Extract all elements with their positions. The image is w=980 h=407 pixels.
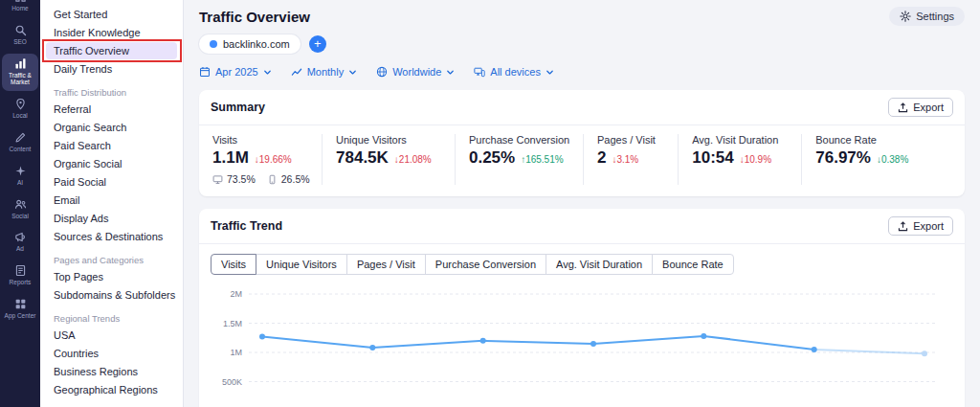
annotation-highlight — [42, 39, 182, 62]
rail-item-local[interactable]: Local — [2, 94, 38, 124]
rail-item-ai[interactable]: AI — [2, 161, 38, 192]
metric-delta: ↓19.66% — [255, 154, 292, 165]
rail-item-social[interactable]: Social — [2, 194, 38, 225]
sidebar-item-referral[interactable]: Referral — [46, 101, 177, 118]
trend-line — [262, 336, 814, 350]
metric-unique-visitors: Unique Visitors784.5K↓21.08% — [322, 134, 455, 185]
rail-item-label: SEO — [13, 38, 27, 46]
trend-tab-bounce-rate[interactable]: Bounce Rate — [652, 254, 734, 275]
data-point[interactable] — [590, 341, 596, 347]
rail-item-label: Social — [11, 213, 29, 220]
sidebar-item-sources-destinations[interactable]: Sources & Destinations — [46, 228, 177, 245]
filter-all-devices[interactable]: All devices — [474, 66, 554, 78]
y-tick-label: 1M — [230, 348, 242, 357]
sidebar-item-usa[interactable]: USA — [46, 327, 177, 344]
trend-tab-pages-visit[interactable]: Pages / Visit — [346, 254, 426, 275]
data-point[interactable] — [480, 338, 486, 344]
chevron-down-icon — [446, 68, 455, 77]
filter-monthly[interactable]: Monthly — [291, 66, 358, 78]
domain-label: backlinko.com — [223, 38, 290, 50]
sidebar-item-email[interactable]: Email — [46, 192, 177, 209]
sidebar-item-traffic-overview[interactable]: Traffic Overview — [46, 42, 177, 59]
sidebar-item-geographical-regions[interactable]: Geographical Regions — [46, 381, 177, 398]
export-icon — [898, 102, 908, 113]
rail-item-home[interactable]: Home — [2, 0, 38, 17]
sidebar-item-paid-social[interactable]: Paid Social — [46, 173, 177, 191]
sidebar-item-subdomains-subfolders[interactable]: Subdomains & Subfolders — [46, 286, 177, 304]
metric-value: 76.97% — [815, 148, 871, 168]
app-window: HomeSEOTraffic & MarketLocalContentAISoc… — [0, 0, 980, 407]
trend-icon — [291, 66, 302, 78]
sidebar-item-paid-search[interactable]: Paid Search — [46, 137, 177, 154]
add-domain-button[interactable]: + — [309, 35, 326, 53]
summary-title: Summary — [211, 101, 265, 114]
sidebar-item-countries[interactable]: Countries — [46, 345, 177, 362]
sidebar-item-organic-social[interactable]: Organic Social — [46, 155, 177, 172]
data-point[interactable] — [701, 333, 706, 339]
sidebar-item-insider-knowledge[interactable]: Insider Knowledge — [46, 24, 177, 41]
app-center-icon — [14, 298, 27, 310]
rail-item-label: Reports — [10, 279, 32, 286]
sidebar-item-get-started[interactable]: Get Started — [46, 6, 177, 23]
ad-icon — [14, 231, 27, 243]
data-point[interactable] — [259, 334, 265, 340]
metric-value: 2 — [597, 148, 606, 168]
trend-chart-wrap: 2M1.5M1M500KNov 2024Dec 2024Jan 2025Feb … — [199, 281, 965, 407]
rail-item-label: Local — [12, 112, 28, 120]
rail-item-traffic-market[interactable]: Traffic & Market — [2, 54, 38, 92]
sidebar-section-regional-trends: Regional Trends — [54, 313, 169, 324]
data-point[interactable] — [369, 345, 375, 350]
data-point[interactable] — [812, 347, 817, 352]
y-tick-label: 2M — [230, 289, 242, 299]
seo-icon — [14, 24, 27, 36]
y-tick-label: 1.5M — [223, 319, 242, 328]
page-header: Traffic Overview Settings — [199, 0, 965, 26]
sidebar: Get StartedInsider KnowledgeTraffic Over… — [40, 0, 184, 407]
social-icon — [14, 198, 27, 211]
rail-item-app-center[interactable]: App Center — [2, 294, 38, 325]
trend-tabs: VisitsUnique VisitorsPages / VisitPurcha… — [211, 254, 734, 275]
sidebar-item-display-ads[interactable]: Display Ads — [46, 210, 177, 227]
trend-tab-unique-visitors[interactable]: Unique Visitors — [256, 254, 347, 275]
sidebar-item-organic-search[interactable]: Organic Search — [46, 119, 177, 136]
content-icon — [14, 131, 27, 144]
rail-item-label: Content — [10, 146, 32, 153]
metric-value: 1.1M — [212, 148, 249, 168]
home-icon — [14, 0, 27, 3]
metric-avg-visit-duration: Avg. Visit Duration10:54↓10.9% — [678, 134, 801, 185]
rail-item-seo[interactable]: SEO — [2, 20, 38, 51]
trend-export-button[interactable]: Export — [888, 216, 953, 236]
rail-item-content[interactable]: Content — [2, 127, 38, 158]
filter-label: Worldwide — [392, 66, 441, 78]
trend-tab-avg-visit-duration[interactable]: Avg. Visit Duration — [546, 254, 653, 275]
main-content: Traffic Overview Settings backlinko.com … — [184, 0, 980, 407]
page-title: Traffic Overview — [199, 9, 310, 25]
rail-item-label: AI — [17, 179, 23, 187]
settings-button[interactable]: Settings — [889, 7, 965, 26]
metric-label: Avg. Visit Duration — [692, 134, 791, 146]
trend-tab-visits[interactable]: Visits — [211, 254, 256, 275]
rail-item-label: App Center — [5, 312, 36, 320]
metric-delta: ↓21.08% — [394, 154, 432, 165]
filter-apr-2025[interactable]: Apr 2025 — [199, 66, 272, 78]
mobile-icon — [267, 174, 278, 185]
metric-visits: Visits1.1M↓19.66%73.5%26.5% — [211, 134, 322, 185]
domain-chip[interactable]: backlinko.com — [199, 34, 301, 54]
trend-card-header: Traffic Trend Export — [199, 209, 965, 244]
data-point[interactable] — [922, 350, 927, 356]
metric-value: 0.25% — [469, 148, 515, 168]
summary-export-button[interactable]: Export — [888, 98, 953, 117]
rail-item-label: Traffic & Market — [3, 72, 37, 87]
filter-worldwide[interactable]: Worldwide — [376, 66, 455, 78]
filter-bar: Apr 2025MonthlyWorldwideAll devices — [199, 66, 965, 78]
rail-item-ad[interactable]: Ad — [2, 227, 38, 258]
calendar-icon — [199, 66, 211, 78]
metric-label: Purchase Conversion — [469, 134, 573, 146]
rail-item-reports[interactable]: Reports — [2, 260, 38, 291]
trend-tab-purchase-conversion[interactable]: Purchase Conversion — [425, 254, 546, 275]
sidebar-item-business-regions[interactable]: Business Regions — [46, 363, 177, 380]
sidebar-item-top-pages[interactable]: Top Pages — [46, 268, 177, 285]
desktop-icon — [212, 174, 223, 185]
metric-purchase-conversion: Purchase Conversion0.25%↑165.51% — [455, 134, 583, 185]
sidebar-item-daily-trends[interactable]: Daily Trends — [46, 60, 177, 78]
